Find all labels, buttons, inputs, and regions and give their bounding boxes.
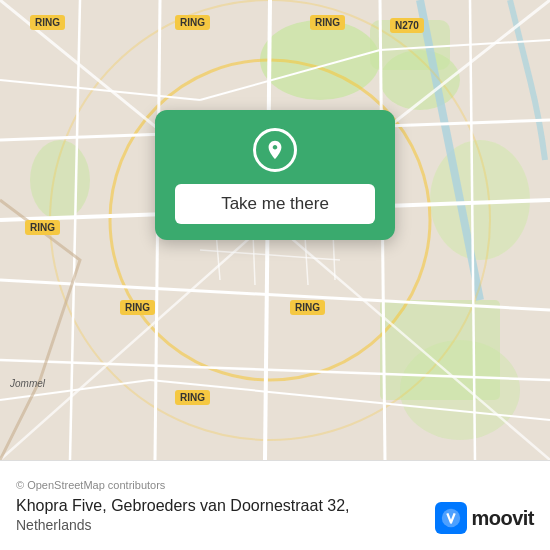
moovit-logo-icon xyxy=(435,502,467,534)
footer: © OpenStreetMap contributors Khopra Five… xyxy=(0,460,550,550)
map-attribution: © OpenStreetMap contributors xyxy=(16,479,534,491)
location-pin-icon xyxy=(264,139,286,161)
ring-label-7: RING xyxy=(175,390,210,405)
ring-label-2: RING xyxy=(175,15,210,30)
moovit-brand-text: moovit xyxy=(471,507,534,530)
moovit-logo: moovit xyxy=(435,502,534,534)
take-me-there-button[interactable]: Take me there xyxy=(175,184,375,224)
ring-label-6: RING xyxy=(290,300,325,315)
location-popup: Take me there xyxy=(155,110,395,240)
pin-icon-container xyxy=(253,128,297,172)
jommel-town-label: Jommel xyxy=(10,378,45,389)
svg-point-36 xyxy=(442,509,460,527)
ring-label-3: RING xyxy=(310,15,345,30)
svg-point-7 xyxy=(400,340,520,440)
ring-label-5: RING xyxy=(120,300,155,315)
map-container: RING RING RING RING RING RING RING N270 … xyxy=(0,0,550,460)
ring-label-1: RING xyxy=(30,15,65,30)
n270-road-label: N270 xyxy=(390,18,424,33)
ring-label-4: RING xyxy=(25,220,60,235)
